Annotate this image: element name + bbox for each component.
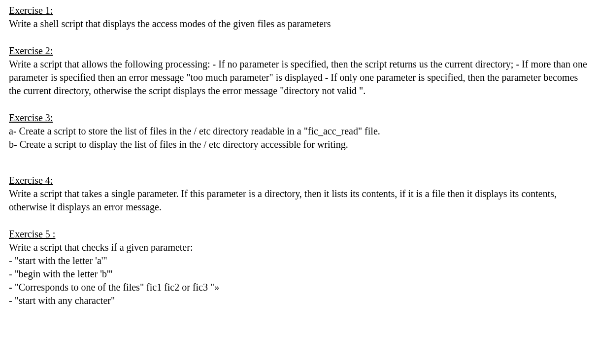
exercise-5: Exercise 5 : Write a script that checks … xyxy=(9,228,589,307)
exercise-5-intro: Write a script that checks if a given pa… xyxy=(9,241,589,254)
exercise-2-title: Exercise 2: xyxy=(9,44,53,58)
exercise-3-title: Exercise 3: xyxy=(9,111,53,125)
exercise-3-body: a- Create a script to store the list of … xyxy=(9,125,589,151)
exercise-4-body: Write a script that takes a single param… xyxy=(9,187,589,214)
exercise-1-body: Write a shell script that displays the a… xyxy=(9,17,589,31)
exercise-5-body: Write a script that checks if a given pa… xyxy=(9,241,589,307)
exercise-5-item-2: - "begin with the letter 'b'" xyxy=(9,267,589,281)
spacer xyxy=(9,165,589,174)
exercise-3-item-a: a- Create a script to store the list of … xyxy=(9,125,589,138)
exercise-2-body: Write a script that allows the following… xyxy=(9,58,589,98)
exercise-2: Exercise 2: Write a script that allows t… xyxy=(9,44,589,98)
exercise-4: Exercise 4: Write a script that takes a … xyxy=(9,174,589,214)
exercise-5-item-3: - "Corresponds to one of the files" fic1… xyxy=(9,281,589,294)
exercise-1: Exercise 1: Write a shell script that di… xyxy=(9,4,589,31)
exercise-5-item-4: - "start with any character" xyxy=(9,294,589,307)
exercise-3-item-b: b- Create a script to display the list o… xyxy=(9,138,589,151)
exercise-1-title: Exercise 1: xyxy=(9,4,53,17)
exercise-5-title: Exercise 5 : xyxy=(9,228,55,241)
exercise-5-item-1: - "start with the letter 'a'" xyxy=(9,254,589,267)
exercise-4-title: Exercise 4: xyxy=(9,174,53,187)
exercise-3: Exercise 3: a- Create a script to store … xyxy=(9,111,589,151)
